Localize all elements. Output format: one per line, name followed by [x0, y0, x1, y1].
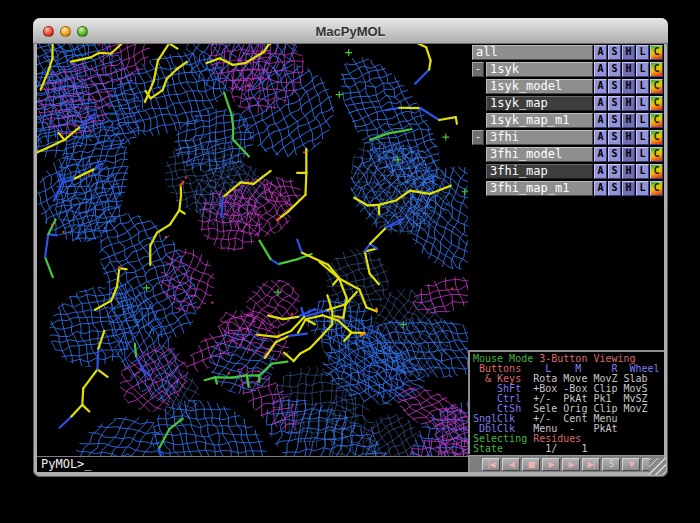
go-to-end-icon: ▶| — [588, 460, 595, 469]
command-prompt[interactable]: PyMOL>_ — [37, 456, 468, 472]
object-show-button[interactable]: S — [608, 96, 621, 111]
object-label-button[interactable]: L — [636, 164, 649, 179]
object-row-3fhi[interactable]: -3fhiASHLC — [472, 130, 663, 145]
object-show-button[interactable]: S — [608, 62, 621, 77]
object-color-button[interactable]: C — [650, 113, 663, 128]
object-color-button[interactable]: C — [650, 79, 663, 94]
object-row-1syk_map_m1[interactable]: 1syk_map_m1ASHLC — [472, 113, 663, 128]
step-back-icon: ◀ — [508, 460, 513, 469]
object-hide-button[interactable]: H — [622, 164, 635, 179]
object-action-button[interactable]: A — [594, 96, 607, 111]
row-indent — [472, 113, 486, 128]
object-row-3fhi_map[interactable]: 3fhi_mapASHLC — [472, 164, 663, 179]
desktop: MacPyMOL PyMOL>_ allASHLC-1sykASHLC1syk_… — [0, 0, 700, 523]
object-show-button[interactable]: S — [608, 113, 621, 128]
object-action-button[interactable]: A — [594, 164, 607, 179]
title-bar[interactable]: MacPyMOL — [33, 18, 668, 44]
object-show-button[interactable]: S — [608, 181, 621, 196]
object-row-3fhi_map_m1[interactable]: 3fhi_map_m1ASHLC — [472, 181, 663, 196]
object-show-button[interactable]: S — [608, 45, 621, 60]
collapse-toggle-icon[interactable]: - — [472, 130, 484, 145]
resize-grip-icon[interactable] — [649, 458, 666, 475]
collapse-toggle-icon[interactable]: - — [472, 62, 484, 77]
step-back-button[interactable]: ◀ — [502, 458, 520, 471]
object-label-button[interactable]: L — [636, 96, 649, 111]
object-label-button[interactable]: L — [636, 181, 649, 196]
row-indent — [472, 147, 486, 162]
object-label-button[interactable]: L — [636, 62, 649, 77]
object-hide-button[interactable]: H — [622, 130, 635, 145]
object-action-button[interactable]: A — [594, 113, 607, 128]
object-show-button[interactable]: S — [608, 79, 621, 94]
object-hide-button[interactable]: H — [622, 181, 635, 196]
stop-icon: ■ — [528, 460, 535, 469]
object-list: allASHLC-1sykASHLC1syk_modelASHLC1syk_ma… — [468, 44, 664, 196]
row-indent — [472, 164, 486, 179]
object-show-button[interactable]: S — [608, 130, 621, 145]
object-action-button[interactable]: A — [594, 45, 607, 60]
object-hide-button[interactable]: H — [622, 147, 635, 162]
object-show-button[interactable]: S — [608, 164, 621, 179]
object-action-button[interactable]: A — [594, 147, 607, 162]
play-icon: ▶ — [548, 460, 553, 469]
window-title: MacPyMOL — [33, 24, 668, 39]
object-hide-button[interactable]: H — [622, 113, 635, 128]
play-button[interactable]: ▶ — [542, 458, 560, 471]
object-color-button[interactable]: C — [650, 130, 663, 145]
object-name[interactable]: 3fhi_model — [486, 147, 593, 162]
object-label-button[interactable]: L — [636, 79, 649, 94]
object-color-button[interactable]: C — [650, 96, 663, 111]
object-label-button[interactable]: L — [636, 45, 649, 60]
object-row-1syk[interactable]: -1sykASHLC — [472, 62, 663, 77]
object-name[interactable]: all — [472, 45, 593, 60]
object-color-button[interactable]: C — [650, 62, 663, 77]
object-name[interactable]: 1syk_map_m1 — [486, 113, 593, 128]
object-row-all[interactable]: allASHLC — [472, 45, 663, 60]
object-row-1syk_model[interactable]: 1syk_modelASHLC — [472, 79, 663, 94]
object-hide-button[interactable]: H — [622, 79, 635, 94]
object-color-button[interactable]: C — [650, 45, 663, 60]
object-label-button[interactable]: L — [636, 130, 649, 145]
stop-button[interactable]: ■ — [522, 458, 540, 471]
object-action-button[interactable]: A — [594, 130, 607, 145]
object-name[interactable]: 3fhi_map_m1 — [486, 181, 593, 196]
go-to-end-button[interactable]: ▶| — [582, 458, 600, 471]
go-to-start-icon: |◀ — [488, 460, 495, 469]
object-hide-button[interactable]: H — [622, 96, 635, 111]
go-to-start-button[interactable]: |◀ — [482, 458, 500, 471]
control-sidebar: allASHLC-1sykASHLC1syk_modelASHLC1syk_ma… — [468, 44, 664, 472]
object-name[interactable]: 1syk — [486, 62, 593, 77]
viewport-3d-render[interactable] — [37, 44, 468, 456]
movie-bar-buttons: |◀◀■▶▶▶|S▼F — [468, 455, 664, 472]
object-color-button[interactable]: C — [650, 181, 663, 196]
object-action-button[interactable]: A — [594, 62, 607, 77]
row-indent — [472, 96, 486, 111]
macpymol-window: MacPyMOL PyMOL>_ allASHLC-1sykASHLC1syk_… — [33, 18, 668, 477]
step-forward-icon: ▶ — [568, 460, 573, 469]
step-forward-button[interactable]: ▶ — [562, 458, 580, 471]
object-hide-button[interactable]: H — [622, 62, 635, 77]
object-color-button[interactable]: C — [650, 147, 663, 162]
mouse-panel-lines: Mouse Mode 3-Button Viewing Buttons L M … — [468, 350, 664, 454]
state-line: State 1/ 1 — [473, 444, 664, 454]
object-name[interactable]: 3fhi_map — [486, 164, 593, 179]
object-hide-button[interactable]: H — [622, 45, 635, 60]
object-name[interactable]: 1syk_model — [486, 79, 593, 94]
object-row-1syk_map[interactable]: 1syk_mapASHLC — [472, 96, 663, 111]
object-label-button[interactable]: L — [636, 147, 649, 162]
scene-s-button[interactable]: S — [602, 458, 620, 471]
object-name[interactable]: 3fhi — [486, 130, 593, 145]
menu-down-button[interactable]: ▼ — [622, 458, 640, 471]
object-name[interactable]: 1syk_map — [486, 96, 593, 111]
object-label-button[interactable]: L — [636, 113, 649, 128]
prompt-text: PyMOL>_ — [41, 457, 92, 471]
object-row-3fhi_model[interactable]: 3fhi_modelASHLC — [472, 147, 663, 162]
object-color-button[interactable]: C — [650, 164, 663, 179]
scene-s-icon: S — [609, 460, 613, 469]
menu-down-icon: ▼ — [628, 460, 633, 469]
row-indent — [472, 181, 486, 196]
object-action-button[interactable]: A — [594, 181, 607, 196]
row-indent — [472, 79, 486, 94]
object-show-button[interactable]: S — [608, 147, 621, 162]
object-action-button[interactable]: A — [594, 79, 607, 94]
